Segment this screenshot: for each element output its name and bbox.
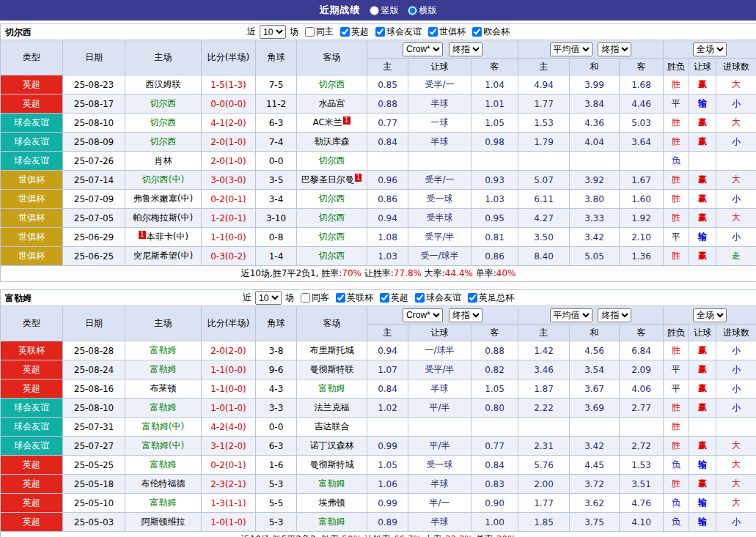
match-score: 0-0(0-0)	[202, 95, 256, 114]
match-row: 世俱杯25-07-14切尔西(中)3-0(3-0)3-5巴黎圣日尔曼10.96受…	[1, 171, 756, 190]
league-filter-3[interactable]: 欧会杯	[468, 26, 510, 38]
odds-company-select[interactable]: Crow*	[403, 42, 443, 56]
col-avg-home: 主	[518, 325, 570, 341]
match-count-select[interactable]: 10	[260, 25, 286, 39]
handicap-away-odds: 0.93	[471, 171, 518, 190]
avg-final-select[interactable]: 终指	[598, 308, 631, 322]
home-team: 布伦特福德	[125, 475, 202, 494]
league-filter-checkbox[interactable]	[472, 27, 482, 37]
odds-company-select[interactable]: Crow*	[403, 308, 443, 322]
avg-home-odds: 1.79	[518, 133, 570, 152]
league-filter-2[interactable]: 球会友谊	[411, 292, 461, 304]
recent-matches-table: 切尔西 近 10 场 同主 英超 球会友谊 世俱杯 欧会杯 类型 日期	[0, 23, 756, 282]
layout-vertical-radio[interactable]	[370, 6, 379, 15]
away-team: 曼彻斯特城	[297, 456, 367, 475]
col-avg-away: 客	[620, 59, 664, 75]
summary-part: 77.8%	[394, 268, 422, 278]
match-count-select[interactable]: 10	[255, 291, 282, 305]
avg-away-odds: 1.36	[620, 247, 664, 266]
handicap-away-odds: 1.04	[471, 75, 518, 95]
match-row: 英超25-05-25富勒姆0-2(0-1)1-6曼彻斯特城1.05受一球0.84…	[1, 456, 756, 475]
col-handicap: 让球	[689, 59, 716, 75]
layout-horizontal-radio[interactable]	[408, 6, 417, 15]
league-filter-checkbox[interactable]	[428, 27, 438, 37]
result-wdl: 胜	[664, 247, 689, 266]
match-date: 25-05-03	[63, 513, 125, 532]
scope-select[interactable]: 全场	[693, 42, 727, 56]
match-date: 25-05-18	[63, 475, 125, 494]
handicap-line: 半球	[408, 475, 471, 494]
avg-source-select[interactable]: 平均值	[550, 42, 592, 56]
league-filter-1[interactable]: 球会友谊	[371, 26, 422, 38]
summary-part: 50%	[342, 534, 362, 537]
layout-vertical-option[interactable]: 竖版	[370, 4, 399, 17]
avg-source-select[interactable]: 平均值	[550, 308, 592, 322]
away-team: 切尔西	[297, 209, 367, 228]
same-venue-filter[interactable]: 同主	[301, 26, 334, 38]
match-score: 3-1(2-0)	[202, 437, 256, 456]
league-badge: 世俱杯	[1, 171, 63, 190]
avg-final-select[interactable]: 终指	[598, 42, 631, 56]
home-team: 切尔西	[125, 133, 202, 152]
result-goals: 大	[716, 494, 756, 513]
league-filter-1[interactable]: 英超	[375, 292, 408, 304]
match-score: 0-2(0-1)	[202, 456, 256, 475]
summary-part: 大率:	[422, 534, 445, 537]
away-team: 曼彻斯特联	[297, 360, 367, 379]
odds-final-select[interactable]: 终指	[449, 42, 482, 56]
match-score: 2-0(1-0)	[202, 152, 256, 171]
home-team: 帕尔梅拉斯(中)	[125, 209, 202, 228]
home-team: 1本菲卡(中)	[125, 228, 202, 247]
result-handicap: 输	[689, 95, 716, 114]
league-filter-checkbox[interactable]	[375, 27, 385, 37]
league-badge: 英超	[1, 379, 63, 399]
league-filter-2[interactable]: 世俱杯	[424, 26, 466, 38]
col-date: 日期	[63, 306, 125, 341]
league-badge: 球会友谊	[1, 133, 63, 152]
home-team: 布莱顿	[125, 379, 202, 399]
match-score: 1-1(0-0)	[202, 228, 256, 247]
match-score: 1-0(1-0)	[202, 513, 256, 532]
match-date: 25-08-16	[63, 379, 125, 399]
result-wdl: 胜	[664, 418, 689, 437]
handicap-line: 半球	[408, 95, 471, 114]
scope-select[interactable]: 全场	[693, 308, 727, 322]
same-venue-checkbox[interactable]	[301, 293, 310, 303]
home-team: 突尼斯希望(中)	[125, 247, 202, 266]
avg-away-odds: 2.10	[620, 228, 664, 247]
league-filter-0[interactable]: 英超	[336, 26, 369, 38]
away-team: 富勒姆	[297, 513, 367, 532]
same-venue-checkbox[interactable]	[305, 27, 315, 37]
handicap-line: 受平/半	[408, 360, 471, 379]
filter-bar: 近 10 场 同主 英超 球会友谊 世俱杯 欧会杯	[247, 24, 510, 40]
topbar: 近期战绩 竖版 横版	[0, 0, 756, 21]
home-team: 富勒姆	[125, 494, 202, 513]
same-venue-filter[interactable]: 同客	[296, 292, 329, 304]
layout-horizontal-option[interactable]: 横版	[408, 4, 437, 17]
league-filter-3[interactable]: 英足总杯	[463, 292, 514, 304]
odds-final-select[interactable]: 终指	[449, 308, 482, 322]
result-handicap: 赢	[689, 341, 716, 360]
league-filter-0[interactable]: 英联杯	[331, 292, 373, 304]
corner-score: 5-5	[256, 494, 297, 513]
league-filter-checkbox[interactable]	[340, 27, 350, 37]
col-date: 日期	[63, 40, 125, 75]
league-filter-checkbox[interactable]	[468, 293, 477, 303]
avg-away-odds: 2.09	[620, 360, 664, 379]
league-filter-checkbox[interactable]	[415, 293, 425, 303]
handicap-line: 受一球	[408, 190, 471, 209]
avg-home-odds: 5.07	[518, 171, 570, 190]
result-goals: 小	[716, 360, 756, 379]
summary-part: 70%	[342, 268, 362, 278]
match-score: 1-0(1-0)	[202, 399, 256, 418]
result-wdl: 平	[664, 228, 689, 247]
handicap-home-odds: 1.08	[367, 228, 408, 247]
league-filter-checkbox[interactable]	[336, 293, 345, 303]
filter-matches-label: 场	[290, 26, 298, 38]
league-filter-checkbox[interactable]	[380, 293, 389, 303]
handicap-home-odds: 0.96	[367, 171, 408, 190]
match-date: 25-05-25	[63, 456, 125, 475]
match-score: 2-3(2-1)	[202, 475, 256, 494]
match-score: 4-1(2-0)	[202, 114, 256, 133]
result-goals: 小	[716, 379, 756, 399]
